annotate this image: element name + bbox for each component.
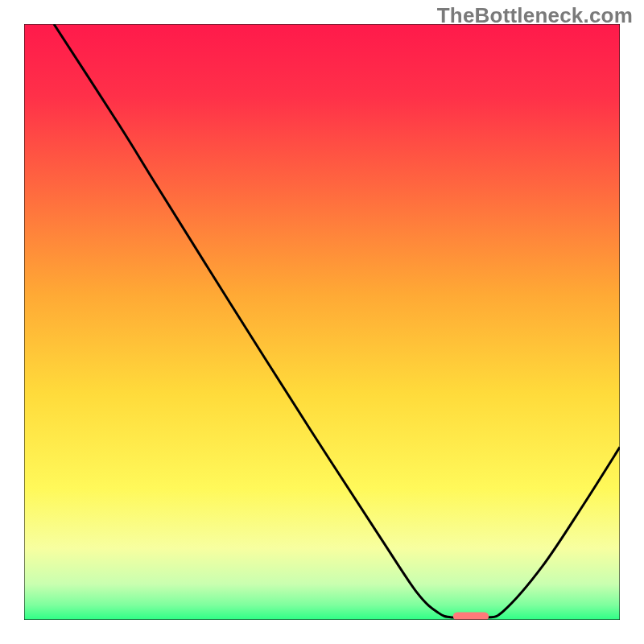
optimal-marker xyxy=(453,612,489,620)
heat-background xyxy=(24,24,620,620)
chart-container: TheBottleneck.com xyxy=(0,0,644,644)
bottleneck-chart xyxy=(24,24,620,620)
